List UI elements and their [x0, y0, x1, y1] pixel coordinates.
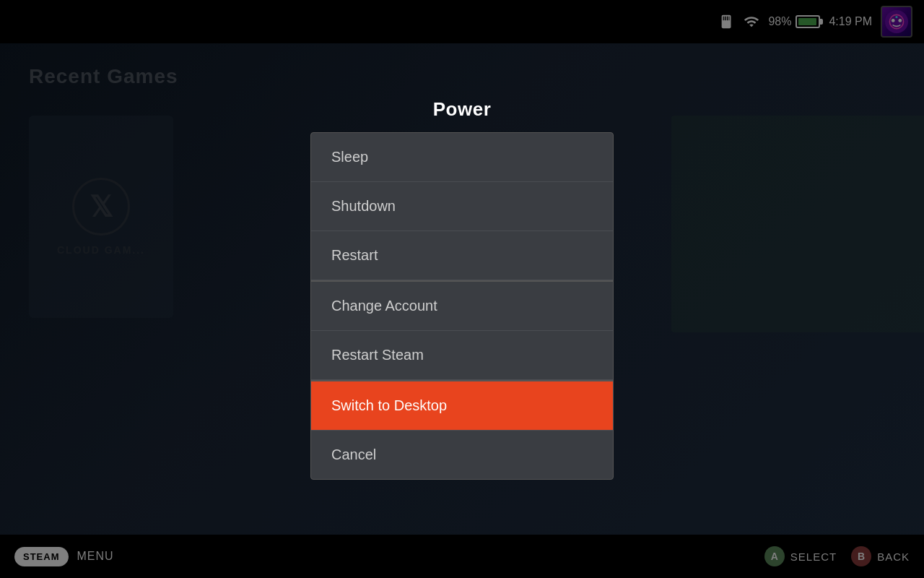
power-menu-title: Power	[433, 98, 492, 121]
power-menu-restart-steam[interactable]: Restart Steam	[311, 331, 613, 380]
power-menu-restart[interactable]: Restart	[311, 231, 613, 280]
modal-overlay: Power Sleep Shutdown Restart Change Acco…	[0, 0, 924, 578]
power-menu: Sleep Shutdown Restart Change Account Re…	[310, 132, 614, 480]
power-menu-change-account[interactable]: Change Account	[311, 280, 613, 331]
power-menu-shutdown[interactable]: Shutdown	[311, 182, 613, 231]
power-menu-cancel[interactable]: Cancel	[311, 431, 613, 479]
power-menu-sleep[interactable]: Sleep	[311, 133, 613, 182]
power-menu-switch-to-desktop[interactable]: Switch to Desktop	[311, 380, 613, 431]
